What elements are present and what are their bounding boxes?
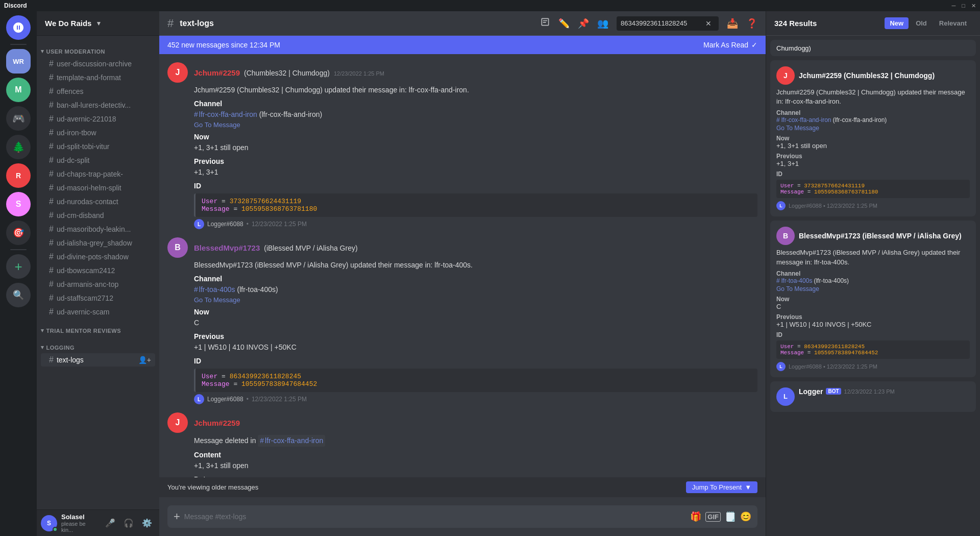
channel-add-member-icon[interactable]: 👤+ <box>138 356 151 364</box>
filter-new-button[interactable]: New <box>885 17 909 29</box>
result-user-info-1: Jchum#2259 (Chumbles32 | Chumdogg) <box>799 71 935 80</box>
help-icon[interactable]: ❓ <box>746 18 757 29</box>
messages-container: J Jchum#2259 (Chumbles32 | Chumdogg) 12/… <box>159 54 766 477</box>
channel-item-ud-tbow[interactable]: # ud-tbowscam2412 <box>41 264 155 277</box>
username-extra-1: (Chumbles32 | Chumdogg) <box>244 69 330 77</box>
channel-item-ud-ialisha[interactable]: # ud-ialisha-grey_shadow <box>41 236 155 250</box>
message-timestamp-1: 12/23/2022 1:25 PM <box>334 70 384 77</box>
channel-link-1[interactable]: # lfr-cox-ffa-and-iron <box>194 109 257 120</box>
gift-icon[interactable]: 🎁 <box>690 511 701 522</box>
channel-item-ud-avernic[interactable]: # ud-avernic-221018 <box>41 112 155 126</box>
channel-item-ban-lurers[interactable]: # ban-all-lurers-detectiv... <box>41 99 155 112</box>
server-icon-add[interactable]: + <box>6 254 31 279</box>
gif-icon[interactable]: GIF <box>705 512 721 522</box>
message-group-2: B BlessedMvp#1723 (iBlessed MVP / iAlish… <box>159 233 766 408</box>
now-value-2: C <box>194 318 757 328</box>
search-input[interactable] <box>621 19 702 27</box>
channel-item-ud-chaps[interactable]: # ud-chaps-trap-patek- <box>41 167 155 181</box>
channel-item-ud-masori-leaking[interactable]: # ud-masoribody-leakin... <box>41 223 155 236</box>
result-now-label-1: Now <box>776 135 970 142</box>
now-value-1: +1, 3+1 still open <box>194 142 757 153</box>
go-to-message-1[interactable]: Go To Message <box>194 121 240 129</box>
channel-item-offences[interactable]: # offences <box>41 85 155 98</box>
channel-item-ud-nurodas[interactable]: # ud-nurodas-contact <box>41 195 155 208</box>
threads-icon[interactable] <box>540 17 550 30</box>
server-name-header[interactable]: We Do Raids ▼ <box>37 11 159 36</box>
channel-link-2[interactable]: # lfr-toa-400s <box>194 284 235 295</box>
channel-item-ud-iron-tbow[interactable]: # ud-iron-tbow <box>41 126 155 139</box>
message-text-input[interactable] <box>184 513 686 521</box>
result-code-2: User = 863439923611828245 Message = 1055… <box>776 340 970 359</box>
server-separator <box>10 44 27 45</box>
channel-name: ud-masoribody-leakin... <box>57 225 131 233</box>
sticker-icon[interactable]: 🗒️ <box>725 511 736 522</box>
server-icon-7[interactable]: 🎯 <box>6 221 31 245</box>
channel-name: template-and-format <box>57 74 121 82</box>
search-result-partial[interactable]: Chumdogg) <box>770 40 976 56</box>
channel-item-user-discussion-archive[interactable]: # user-discussion-archive <box>41 57 155 70</box>
go-to-message-2[interactable]: Go To Message <box>194 296 240 304</box>
channel-label-2: Channel <box>194 274 757 284</box>
channel-item-ud-dc-split[interactable]: # ud-dc-split <box>41 154 155 167</box>
server-icon-1[interactable]: WR <box>6 49 31 74</box>
channel-item-ud-armanis[interactable]: # ud-armanis-anc-top <box>41 278 155 291</box>
maximize-button[interactable]: □ <box>962 3 965 9</box>
category-trial-mentor[interactable]: ▾ TRIAL MENTOR REVIEWS <box>37 319 159 336</box>
new-messages-banner[interactable]: 452 new messages since 12:34 PM Mark As … <box>159 36 766 54</box>
search-result-1[interactable]: J Jchum#2259 (Chumbles32 | Chumdogg) Jch… <box>770 60 976 216</box>
minimize-button[interactable]: ─ <box>952 3 956 9</box>
inbox-icon[interactable]: 📥 <box>727 18 738 29</box>
result-avatar-1: J <box>776 66 795 85</box>
server-icon-2[interactable]: M <box>6 78 31 102</box>
search-clear-icon[interactable]: ✕ <box>705 19 712 28</box>
check-icon: ✓ <box>751 41 757 49</box>
members-icon[interactable]: 👥 <box>597 18 608 29</box>
result-go-to-message-2[interactable]: Go To Message <box>776 285 970 293</box>
result-go-to-message-1[interactable]: Go To Message <box>776 125 970 132</box>
search-result-2[interactable]: B BlessedMvp#1723 (iBlessed MVP / iAlish… <box>770 221 976 377</box>
search-result-3-partial[interactable]: L Logger BOT 12/23/2022 1:23 PM <box>770 381 976 412</box>
result-header-3: Logger BOT 12/23/2022 1:23 PM <box>799 387 895 396</box>
mark-read-label: Mark As Read <box>703 41 748 49</box>
close-button[interactable]: ✕ <box>971 3 976 9</box>
deafen-button[interactable]: 🎧 <box>120 515 137 531</box>
channel-item-ud-divine[interactable]: # ud-divine-pots-shadow <box>41 250 155 263</box>
message-group-3: J Jchum#2259 Message deleted in # lfr-co… <box>159 408 766 477</box>
emoji-icon[interactable]: 😊 <box>740 511 751 522</box>
user-key-2: User <box>202 373 217 380</box>
channel-item-ud-avernic-scam[interactable]: # ud-avernic-scam <box>41 305 155 319</box>
input-icons: 🎁 GIF 🗒️ 😊 <box>690 511 751 522</box>
result-channel-link-2[interactable]: # lfr-toa-400s (lfr-toa-400s) <box>776 277 970 284</box>
category-user-moderation[interactable]: ▾ USER MODERATION <box>37 40 159 57</box>
result-channel-link-1[interactable]: # lfr-cox-ffa-and-iron (lfr-cox-ffa-and-… <box>776 116 970 124</box>
channel-item-text-logs[interactable]: # text-logs 👤+ <box>41 353 155 367</box>
server-icon-discovery[interactable]: 🔍 <box>6 283 31 307</box>
deleted-channel-link[interactable]: # lfr-cox-ffa-and-iron <box>258 435 325 447</box>
result-msg-key-2: Message <box>780 350 804 356</box>
settings-button[interactable]: ⚙️ <box>139 515 155 531</box>
filter-relevant-button[interactable]: Relevant <box>934 17 972 29</box>
channel-item-ud-staff[interactable]: # ud-staffscam2712 <box>41 291 155 305</box>
channel-name: ud-ialisha-grey_shadow <box>57 239 132 247</box>
jump-to-present-button[interactable]: Jump To Present ▼ <box>686 481 757 493</box>
channel-item-ud-cm-disband[interactable]: # ud-cm-disband <box>41 209 155 222</box>
server-icon-3[interactable]: 🎮 <box>6 106 31 131</box>
search-box[interactable]: ✕ <box>617 16 719 31</box>
server-icon-5[interactable]: R <box>6 163 31 188</box>
channel-item-ud-masori-helm[interactable]: # ud-masori-helm-split <box>41 181 155 194</box>
category-logging[interactable]: ▾ LOGGING <box>37 336 159 353</box>
add-attachment-button[interactable]: + <box>174 510 180 523</box>
pin-icon[interactable]: 📌 <box>578 18 589 29</box>
channel-item-template-format[interactable]: # template-and-format <box>41 71 155 84</box>
server-icon-4[interactable]: 🌲 <box>6 135 31 159</box>
channel-item-ud-split-tobi[interactable]: # ud-split-tobi-vitur <box>41 140 155 153</box>
filter-old-button[interactable]: Old <box>911 17 932 29</box>
result-user-info-2: BlessedMvp#1723 (iBlessed MVP / iAlisha … <box>799 232 962 240</box>
mute-button[interactable]: 🎤 <box>102 515 118 531</box>
server-icon-home[interactable] <box>6 15 31 40</box>
server-icon-6[interactable]: S <box>6 192 31 216</box>
mark-as-read-button[interactable]: Mark As Read ✓ <box>703 41 757 49</box>
hash-icon: # <box>49 197 54 206</box>
channel-name: offences <box>57 87 84 95</box>
edit-icon[interactable]: ✏️ <box>558 18 570 29</box>
